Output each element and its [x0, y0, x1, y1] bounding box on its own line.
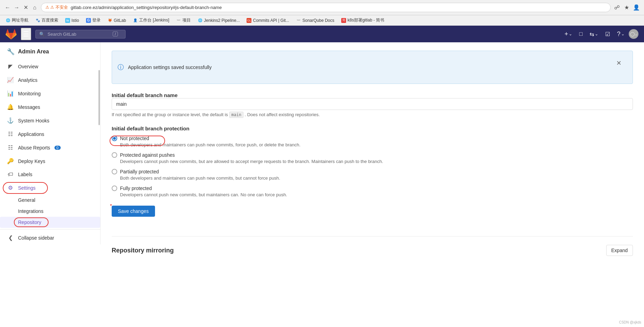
deploy-keys-icon: 🔑	[7, 158, 14, 164]
translate-button[interactable]: ☍	[613, 4, 620, 11]
bookmark-icon: 🌐	[6, 18, 10, 23]
bookmark-commits-api[interactable]: GL Commits API | Git...	[245, 17, 290, 24]
bookmark-icon: 🦊	[108, 18, 112, 23]
banner-close-button[interactable]: ✕	[611, 55, 627, 71]
branch-protection-label: Initial default branch protection	[112, 126, 633, 131]
merge-requests-button[interactable]: ⇆ ⌄	[587, 29, 601, 40]
radio-label-fully-protected[interactable]: Fully protected	[112, 186, 633, 191]
save-button-container: Save changes	[112, 206, 155, 217]
radio-label-protected-pushes[interactable]: Protected against pushes	[112, 152, 633, 158]
sidebar-item-settings[interactable]: ⚙ Settings	[0, 181, 100, 195]
bookmark-icon: 🌐	[198, 18, 203, 23]
branch-name-section: Initial default branch name If not speci…	[112, 92, 633, 117]
sidebar-item-messages[interactable]: 🔔 Messages	[0, 100, 100, 114]
radio-circle-partially-protected	[112, 169, 117, 174]
bookmark-icon: 👤	[133, 18, 138, 23]
radio-text-not-protected: Not protected	[120, 136, 149, 141]
sidebar-title: Admin Area	[18, 49, 49, 55]
sidebar-item-label: Settings	[18, 185, 36, 191]
bookmark-login[interactable]: G 登录	[85, 17, 102, 24]
slash-key: /	[113, 32, 118, 36]
radio-label-partially-protected[interactable]: Partially protected	[112, 169, 633, 174]
gitlab-logo	[6, 28, 17, 40]
radio-text-protected-pushes: Protected against pushes	[120, 152, 175, 158]
main-area: 🔧 Admin Area ◤ Overview 📈 Analytics 📊 Mo…	[0, 42, 644, 318]
bookmark-jenkins2[interactable]: 🌐 Jenkins2 Pipeline...	[196, 17, 241, 24]
sidebar-item-label: Applications	[18, 131, 44, 137]
bookmark-gitlab[interactable]: 🦊 GitLab	[106, 17, 127, 24]
review-button[interactable]: □	[576, 29, 585, 39]
sidebar-item-system-hooks[interactable]: ⚓ System Hooks	[0, 114, 100, 127]
sidebar-item-monitoring[interactable]: 📊 Monitoring	[0, 87, 100, 100]
bookmark-sonarqube[interactable]: 〰 SonarQube Docs	[295, 17, 336, 24]
settings-icon: ⚙	[7, 184, 14, 191]
bookmark-istio[interactable]: Is Istio	[64, 17, 80, 24]
bookmark-projects[interactable]: 〰 项目	[175, 17, 192, 24]
labels-icon: 🏷	[7, 171, 14, 178]
sidebar-sub-item-label: Integrations	[18, 208, 43, 214]
abuse-reports-badge: 0	[54, 146, 61, 150]
radio-label-not-protected[interactable]: Not protected	[112, 136, 633, 141]
home-button[interactable]: ⌂	[31, 4, 38, 11]
success-message: Application settings saved successfully	[128, 64, 212, 70]
sidebar-item-deploy-keys[interactable]: 🔑 Deploy Keys	[0, 154, 100, 168]
collapse-icon: ❮	[7, 234, 14, 241]
sidebar-item-abuse-reports[interactable]: ☷ Abuse Reports 0	[0, 141, 100, 154]
help-button[interactable]: ? ⌄	[614, 28, 627, 40]
branch-name-input[interactable]	[112, 98, 633, 110]
todo-button[interactable]: ☑	[602, 29, 613, 40]
bookmark-icon: 🐾	[35, 18, 40, 23]
new-button[interactable]: + ⌄	[562, 28, 575, 40]
radio-desc-not-protected: Both developers and maintainers can push…	[120, 142, 633, 147]
back-button[interactable]: ←	[4, 4, 11, 11]
bookmark-k8s-gitlab[interactable]: 简 k8s部署gitlab - 简书	[340, 17, 386, 24]
collapse-label: Collapse sidebar	[18, 235, 54, 241]
bookmarks-bar: 🌐 网址导航 🐾 百度搜索 Is Istio G 登录 🦊 GitLab 👤 工…	[0, 15, 644, 26]
bookmark-button[interactable]: ★	[623, 4, 630, 11]
sidebar-item-overview[interactable]: ◤ Overview	[0, 60, 100, 73]
address-bar[interactable]: ⚠ ⚠ 不安全 gitlab.core.ez/admin/application…	[41, 3, 611, 12]
refresh-button[interactable]: ✕	[22, 4, 29, 11]
repository-mirroring-section: Repository mirroring Expand	[112, 245, 633, 256]
bookmark-baidu[interactable]: 🐾 百度搜索	[34, 17, 60, 24]
sidebar-item-label: Overview	[18, 64, 38, 69]
main-content: ⓘ Application settings saved successfull…	[101, 42, 644, 318]
branch-name-hint: If not specified at the group or instanc…	[112, 112, 633, 117]
radio-option-partially-protected: Partially protected Both developers and …	[112, 169, 633, 181]
avatar[interactable]: ◯ ⌄	[629, 29, 638, 39]
bookmark-icon: 〰	[176, 18, 181, 23]
sidebar-item-label: Deploy Keys	[18, 158, 45, 164]
sidebar-sub-item-general[interactable]: General	[0, 195, 100, 206]
sidebar-sub-item-repository[interactable]: Repository	[0, 217, 100, 228]
account-button[interactable]: 👤	[633, 4, 640, 11]
bookmark-icon: GL	[247, 18, 251, 23]
sidebar-item-applications[interactable]: ☷ Applications	[0, 127, 100, 141]
sidebar-item-label: Messages	[18, 104, 40, 110]
bookmark-icon: 简	[341, 18, 346, 23]
expand-button[interactable]: Expand	[606, 245, 633, 256]
sidebar-item-labels[interactable]: 🏷 Labels	[0, 168, 100, 181]
forward-button[interactable]: →	[13, 4, 20, 11]
search-input[interactable]	[48, 32, 110, 37]
sidebar-item-analytics[interactable]: 📈 Analytics	[0, 73, 100, 87]
search-bar[interactable]: 🔍 /	[35, 30, 126, 38]
sidebar-item-label: Analytics	[18, 77, 37, 83]
sidebar-header: 🔧 Admin Area	[0, 42, 100, 60]
radio-group: Not protected Both developers and mainta…	[112, 136, 633, 197]
nav-actions: + ⌄ □ ⇆ ⌄ ☑ ? ⌄ ◯ ⌄	[562, 28, 638, 40]
sidebar-collapse-button[interactable]: ❮ Collapse sidebar	[0, 231, 100, 244]
save-button-annotation	[110, 204, 112, 206]
gitlab-navbar: ☰ 🔍 / + ⌄ □ ⇆ ⌄ ☑ ? ⌄ ◯ ⌄	[0, 26, 644, 42]
save-changes-button[interactable]: Save changes	[112, 206, 155, 217]
radio-circle-not-protected	[112, 136, 117, 141]
bookmark-webguide[interactable]: 🌐 网址导航	[4, 17, 30, 24]
sidebar-item-label: Monitoring	[18, 91, 41, 96]
abuse-reports-icon: ☷	[7, 144, 14, 151]
radio-desc-protected-pushes: Developers cannot push new commits, but …	[120, 159, 633, 164]
sidebar-item-label: Abuse Reports	[18, 145, 50, 150]
hamburger-button[interactable]: ☰	[21, 28, 31, 40]
bookmark-jenkins-workbench[interactable]: 👤 工作台 [Jenkins]	[131, 17, 171, 24]
radio-desc-fully-protected: Developers cannot push new commits, but …	[120, 192, 633, 197]
sidebar-sub-item-integrations[interactable]: Integrations	[0, 206, 100, 217]
radio-circle-protected-pushes	[112, 152, 117, 158]
